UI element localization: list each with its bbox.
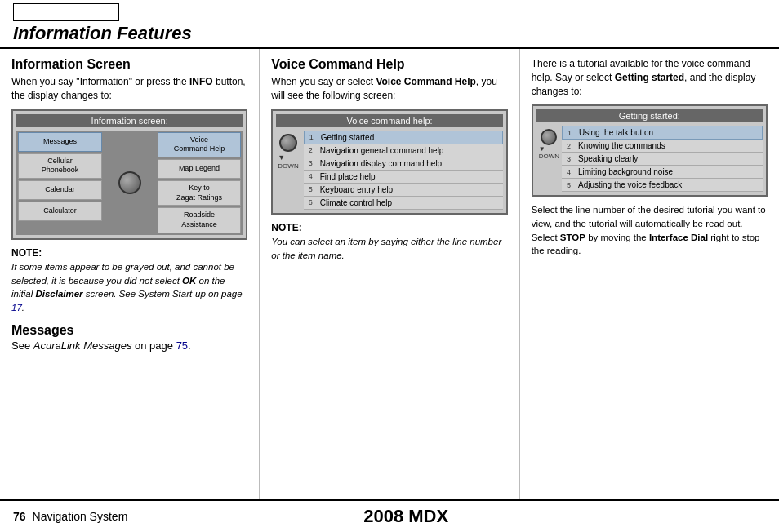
vc-help-bold: Voice Command Help [376, 76, 475, 87]
col-information-screen: Information Screen When you say "Informa… [0, 49, 260, 499]
info-cell-phonebook: CellularPhonebook [18, 153, 102, 179]
col2-note-text: You can select an item by saying either … [271, 235, 507, 262]
stop-bold: STOP [560, 233, 585, 242]
col1-note-text: If some items appear to be grayed out, a… [11, 260, 247, 315]
gs-text-1: Using the talk button [579, 128, 653, 137]
vc-linenum-6: 6 [309, 198, 317, 206]
col2-note-label: NOTE: [271, 221, 507, 235]
messages-section: Messages See AcuraLink Messages on page … [11, 323, 247, 352]
vc-text-4: Find place help [320, 172, 376, 181]
messages-title: Messages [11, 323, 247, 338]
info-dial-circle [118, 171, 141, 194]
gs-screen-title: Getting started: [536, 109, 763, 122]
vc-item-4: 4 Find place help [304, 171, 503, 184]
info-cell-calculator: Calculator [18, 202, 102, 221]
footer-left: 76 Navigation System [13, 510, 127, 523]
page75-link[interactable]: 75 [176, 339, 188, 352]
gs-linenum-2: 2 [567, 142, 575, 150]
see-text: See [119, 289, 136, 299]
footer: 76 Navigation System 2008 MDX [0, 499, 779, 532]
gs-down-text: ▼DOWN [539, 145, 559, 160]
gs-text-5: Adjusting the voice feedback [578, 180, 682, 189]
info-cell-calendar: Calendar [18, 180, 102, 200]
ok-bold: OK [182, 276, 196, 286]
vc-linenum-1: 1 [309, 133, 318, 141]
title-section: Information Features [0, 21, 779, 49]
vc-down-arrow: ▼DOWN [278, 153, 298, 170]
vc-screen-mockup: Voice command help: ▼DOWN 1 Getting star… [271, 109, 507, 215]
gs-item-2: 2 Knowing the commands [562, 140, 763, 153]
disclaimer-bold: Disclaimer [35, 289, 82, 299]
col2-subtitle: When you say or select Voice Command Hel… [271, 75, 507, 103]
interface-dial-bold: Interface Dial [649, 233, 708, 242]
gs-content: ▼DOWN 1 Using the talk button 2 Knowing … [536, 126, 763, 192]
info-screen-mockup: Information screen: Messages CellularPho… [11, 109, 247, 240]
vc-item-1: 1 Getting started [304, 131, 503, 144]
vc-text-3: Navigation display command help [320, 159, 443, 168]
page-title: Information Features [13, 23, 766, 44]
vc-item-2: 2 Navigation general command help [304, 144, 503, 157]
vc-screen-title: Voice command help: [276, 114, 502, 127]
vc-content: ▼DOWN 1 Getting started 2 Navigation gen… [276, 131, 502, 210]
vc-text-5: Keyboard entry help [320, 185, 394, 194]
col1-note-label: NOTE: [11, 246, 247, 260]
gs-text-4: Limiting background noise [578, 167, 673, 176]
gs-item-4: 4 Limiting background noise [562, 166, 763, 179]
col-getting-started: There is a tutorial available for the vo… [520, 49, 779, 499]
info-dial-area [105, 132, 155, 233]
gs-list: 1 Using the talk button 2 Knowing the co… [562, 126, 763, 192]
gs-linenum-4: 4 [567, 168, 575, 176]
gs-text-2: Knowing the commands [578, 141, 665, 150]
info-screen-title: Information screen: [16, 114, 243, 127]
gs-linenum-3: 3 [567, 155, 575, 163]
vc-dial-circle [279, 134, 297, 152]
vc-text-1: Getting started [321, 133, 375, 142]
footer-center-text: 2008 MDX [363, 506, 448, 527]
col1-note: NOTE: If some items appear to be grayed … [11, 246, 247, 315]
info-cell-voice: VoiceCommand Help [158, 132, 242, 157]
col2-note: NOTE: You can select an item by saying e… [271, 221, 507, 263]
vc-list: 1 Getting started 2 Navigation general c… [304, 131, 503, 210]
col1-title: Information Screen [11, 57, 247, 72]
gs-item-3: 3 Speaking clearly [562, 153, 763, 166]
vc-item-5: 5 Keyboard entry help [304, 184, 503, 197]
info-cell-zagat: Key toZagat Ratings [158, 180, 242, 206]
info-col1: Messages CellularPhonebook Calendar Calc… [18, 132, 102, 233]
vc-linenum-5: 5 [309, 185, 317, 193]
info-cell-messages: Messages [18, 132, 102, 152]
col3-intro: There is a tutorial available for the vo… [532, 57, 768, 98]
main-content: Information Screen When you say "Informa… [0, 49, 779, 499]
footer-nav-label: Navigation System [33, 510, 128, 523]
vc-text-2: Navigation general command help [320, 146, 444, 155]
gs-text-3: Speaking clearly [578, 154, 638, 163]
footer-page-number: 76 [13, 510, 26, 523]
vc-linenum-3: 3 [309, 159, 317, 167]
getting-started-bold: Getting started [615, 72, 684, 83]
col-voice-command: Voice Command Help When you say or selec… [260, 49, 519, 499]
gs-item-1: 1 Using the talk button [562, 126, 763, 140]
vc-text-6: Climate control help [320, 198, 392, 207]
vc-dial-area: ▼DOWN [276, 131, 300, 173]
top-bar [0, 0, 779, 21]
gs-screen-mockup: Getting started: ▼DOWN 1 Using the talk … [532, 104, 768, 197]
col3-outro: Select the line number of the desired tu… [532, 203, 768, 258]
page-wrapper: Information Features Information Screen … [0, 0, 779, 532]
col2-title: Voice Command Help [271, 57, 507, 72]
info-col2: VoiceCommand Help Map Legend Key toZagat… [158, 132, 242, 233]
vc-item-6: 6 Climate control help [304, 197, 503, 210]
vc-item-3: 3 Navigation display command help [304, 157, 503, 171]
gs-linenum-1: 1 [568, 129, 576, 137]
vc-linenum-4: 4 [309, 172, 317, 180]
info-bold: INFO [189, 76, 213, 87]
gs-item-5: 5 Adjusting the voice feedback [562, 179, 763, 192]
acuralink-italic: AcuraLink Messages [33, 339, 132, 352]
col1-subtitle: When you say "Information" or press the … [11, 75, 247, 103]
page17-link[interactable]: 17 [11, 303, 22, 313]
gs-dial-circle [541, 129, 557, 145]
gs-linenum-5: 5 [567, 181, 575, 189]
vc-linenum-2: 2 [309, 146, 317, 154]
gs-dial-area: ▼DOWN [536, 126, 562, 192]
top-box [13, 3, 119, 21]
info-screen-grid: Messages CellularPhonebook Calendar Calc… [16, 131, 243, 235]
info-cell-maplegend: Map Legend [158, 159, 242, 179]
